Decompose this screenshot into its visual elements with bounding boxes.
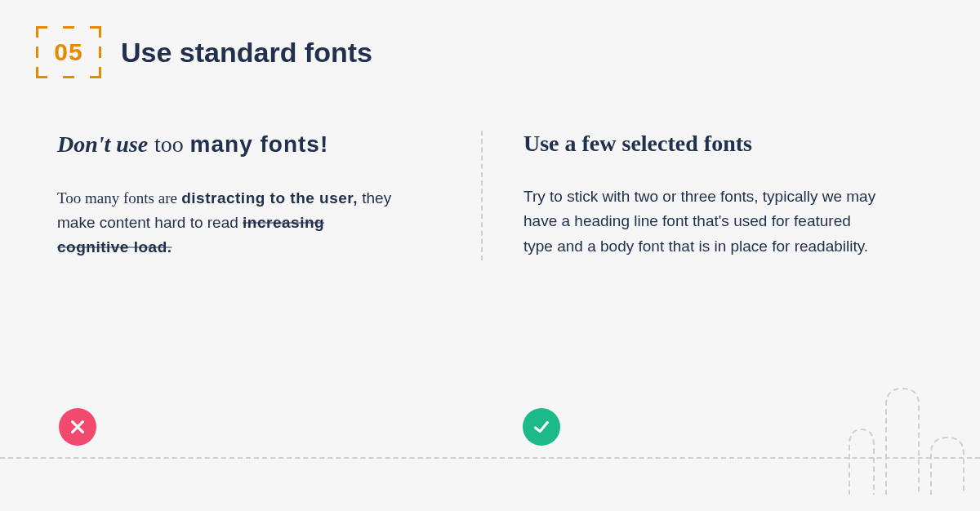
check-icon <box>523 408 560 446</box>
page-title: Use standard fonts <box>121 37 372 69</box>
slide-number: 05 <box>54 38 82 66</box>
dont-body-part2: distracting to the user, <box>181 189 358 207</box>
do-column: Use a few selected fonts Try to stick wi… <box>481 131 915 260</box>
dont-heading: Don't use too many fonts! <box>57 131 448 158</box>
header: 05 Use standard fonts <box>39 29 372 75</box>
number-frame: 05 <box>39 29 98 75</box>
dont-body: Too many fonts are distracting to the us… <box>57 186 400 260</box>
comparison-columns: Don't use too many fonts! Too many fonts… <box>57 131 915 260</box>
dont-heading-part3: many fonts! <box>190 131 329 157</box>
dont-heading-part1: Don't use <box>57 131 148 157</box>
dont-column: Don't use too many fonts! Too many fonts… <box>57 131 481 260</box>
cross-icon <box>59 408 96 446</box>
do-body: Try to stick with two or three fonts, ty… <box>523 184 883 259</box>
cactus-decoration <box>833 372 972 495</box>
dont-body-part1: Too many fonts are <box>57 189 177 207</box>
do-heading: Use a few selected fonts <box>523 131 915 157</box>
dont-heading-part2: too <box>154 131 184 157</box>
